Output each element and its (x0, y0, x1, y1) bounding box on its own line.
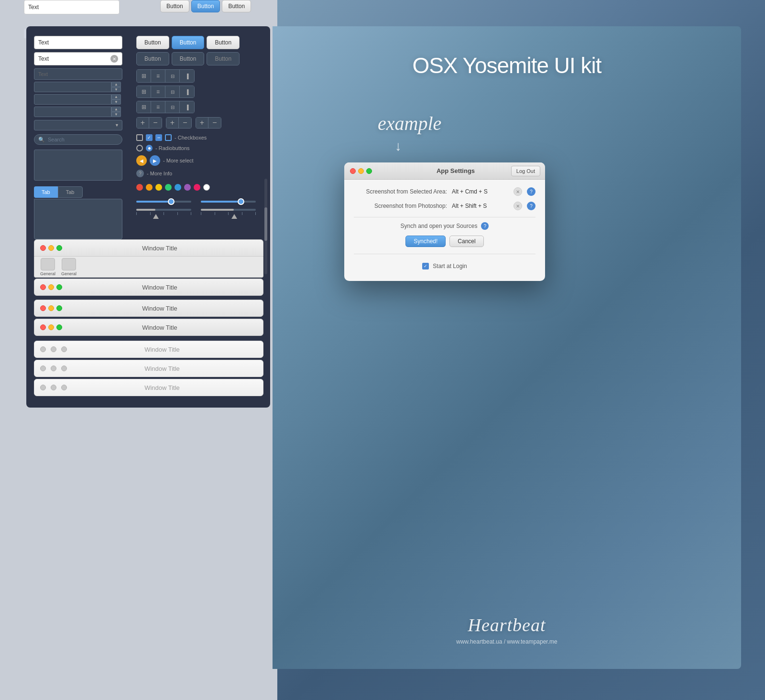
checkbox-unchecked[interactable] (136, 134, 143, 141)
seg-3-bars[interactable]: ▐ (180, 101, 194, 113)
cancel-button[interactable]: Cancel (449, 236, 483, 247)
start-login-checkbox[interactable]: ✓ (422, 263, 429, 269)
seg-list-1[interactable]: ≡ (151, 70, 165, 82)
dialog-sync-row: Synch and open your Sources ? (354, 222, 536, 230)
scrollbar-thumb[interactable] (264, 207, 267, 241)
tl-red-2[interactable] (40, 284, 46, 290)
select-circle-orange[interactable]: ◀ (136, 155, 147, 166)
btn-default-1[interactable]: Button (136, 36, 169, 49)
btn-dark-2[interactable]: Button (172, 52, 205, 65)
synched-button[interactable]: Synched! (405, 236, 446, 247)
tick-slider-1[interactable] (136, 209, 191, 218)
window-1-titlebar: Window Title (34, 239, 263, 257)
dialog-tl-yellow[interactable] (358, 168, 364, 174)
clear-button[interactable]: ✕ (110, 55, 118, 63)
tl-yellow-4[interactable] (48, 324, 54, 330)
seg-2-grid[interactable]: ⊞ (137, 86, 151, 97)
dialog-tl-red[interactable] (350, 168, 356, 174)
dialog-tl-green[interactable] (366, 168, 372, 174)
dialog-help-1[interactable]: ? (527, 187, 536, 196)
search-field[interactable]: 🔍 Search (34, 134, 122, 145)
top-btn3[interactable]: Button (222, 0, 251, 12)
seg-grid-1[interactable]: ⊞ (137, 70, 151, 82)
checkbox-dash[interactable]: − (155, 134, 162, 141)
stepper-1-btns: ▲ ▼ (111, 82, 121, 92)
plus-btn-3[interactable]: + (196, 118, 208, 128)
text-input-1[interactable]: Text (34, 36, 122, 49)
left-panel: Text Text ✕ Text ▲ ▼ ▲ ▼ (26, 26, 270, 408)
btn-dark-1[interactable]: Button (136, 52, 169, 65)
stepper-3-down[interactable]: ▼ (111, 112, 121, 117)
toolbar-icon-1-img[interactable] (41, 258, 55, 270)
top-text-input[interactable]: Text (24, 0, 120, 14)
text-area[interactable] (34, 150, 122, 181)
btn-row-1: Button Button Button (136, 36, 261, 49)
radio-checked[interactable] (146, 145, 153, 151)
tl-yellow-2[interactable] (48, 284, 54, 290)
minus-btn-1[interactable]: − (149, 118, 162, 128)
stepper-3-up[interactable]: ▲ (111, 107, 121, 112)
stepper-2-up[interactable]: ▲ (111, 94, 121, 99)
seg-3-grid[interactable]: ⊞ (137, 101, 151, 113)
text-input-placeholder[interactable]: Text (34, 68, 122, 80)
minus-btn-3[interactable]: − (208, 118, 221, 128)
minus-btn-2[interactable]: − (179, 118, 191, 128)
dialog-btns-row: Synched! Cancel (354, 236, 536, 247)
window-6-titlebar: Window Title (34, 360, 263, 377)
info-btn[interactable]: ? (136, 170, 144, 177)
tl-yellow-1[interactable] (48, 245, 54, 251)
right-panel: OSX Yosemite UI kit example ↓ App Settin… (273, 26, 741, 669)
select-circle-blue[interactable]: ▶ (150, 155, 160, 166)
dot-yellow (155, 184, 162, 191)
dialog-help-2[interactable]: ? (527, 202, 536, 210)
checkbox-outline[interactable] (165, 134, 172, 141)
dropdown[interactable]: ▼ (34, 120, 122, 130)
tick-slider-2[interactable] (201, 209, 256, 218)
top-btn1[interactable]: Button (160, 0, 189, 12)
tl-green-4[interactable] (56, 324, 62, 330)
seg-3-list[interactable]: ≡ (151, 101, 165, 113)
slider-1[interactable] (136, 198, 191, 205)
seg-col-1[interactable]: ⊟ (165, 70, 180, 82)
seg-2-col[interactable]: ⊟ (165, 86, 180, 97)
btn-default-2[interactable]: Button (207, 36, 240, 49)
plus-btn-2[interactable]: + (166, 118, 179, 128)
tl-red-4[interactable] (40, 324, 46, 330)
window-1-toolbar: General General (34, 257, 263, 278)
dialog-clear-1[interactable]: ✕ (514, 187, 522, 196)
top-btn2-active[interactable]: Button (191, 0, 220, 12)
plus-btn-1[interactable]: + (137, 118, 149, 128)
checkbox-checked[interactable]: ✓ (146, 134, 153, 141)
window-bars-section: Window Title General General (34, 239, 262, 396)
btn-dark-3[interactable]: Button (207, 52, 240, 65)
tab-1-active[interactable]: Tab (34, 186, 58, 198)
tl-yellow-3[interactable] (48, 305, 54, 311)
tl-green-1[interactable] (56, 245, 62, 251)
seg-2-list[interactable]: ≡ (151, 86, 165, 97)
tl-green-2[interactable] (56, 284, 62, 290)
seg-bars-1[interactable]: ▐ (180, 70, 194, 82)
radio-unchecked[interactable] (136, 145, 143, 151)
stepper-1-up[interactable]: ▲ (111, 82, 121, 87)
tl-red-1[interactable] (40, 245, 46, 251)
checkboxes-row: ✓ − - Checkboxes (136, 134, 261, 141)
tl-green-3[interactable] (56, 305, 62, 311)
tl-red-3[interactable] (40, 305, 46, 311)
dialog-clear-2[interactable]: ✕ (514, 202, 522, 210)
tab-2[interactable]: Tab (58, 186, 83, 198)
plus-minus-section: + − + − + − (136, 117, 261, 129)
text-input-2[interactable]: Text ✕ (34, 52, 122, 65)
stepper-2-input[interactable] (34, 94, 111, 105)
toolbar-icon-2-img[interactable] (62, 258, 76, 270)
btn-blue-1[interactable]: Button (172, 36, 205, 49)
seg-3-col[interactable]: ⊟ (165, 101, 180, 113)
stepper-1-down[interactable]: ▼ (111, 87, 121, 92)
start-login-label: Start at Login (433, 263, 467, 269)
dialog-sync-help[interactable]: ? (481, 222, 489, 230)
stepper-2-down[interactable]: ▼ (111, 99, 121, 105)
seg-2-bars[interactable]: ▐ (180, 86, 194, 97)
logout-button[interactable]: Log Out (511, 166, 540, 176)
stepper-3-input[interactable] (34, 107, 111, 117)
stepper-1-input[interactable] (34, 82, 111, 92)
slider-2[interactable] (201, 198, 256, 205)
